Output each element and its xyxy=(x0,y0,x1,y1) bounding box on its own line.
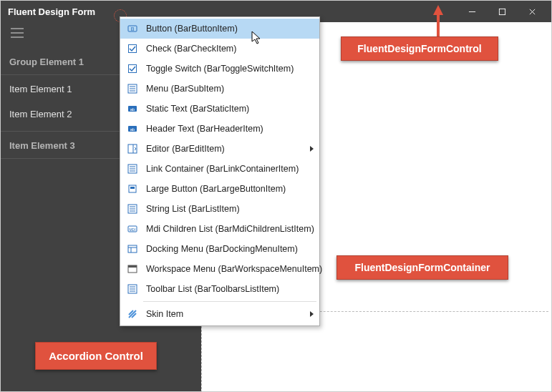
menu-item-button[interactable]: B Button (BarButtonItem) xyxy=(120,19,319,39)
menu-label: Toolbar List (BarToolbarsListItem) xyxy=(146,284,314,294)
menu-label: Large Button (BarLargeButtonItem) xyxy=(146,184,314,194)
menu-label: Editor (BarEditItem) xyxy=(146,144,306,154)
menu-item-editor[interactable]: Editor (BarEditItem) xyxy=(120,139,319,159)
menu-label: Check (BarCheckItem) xyxy=(146,44,314,54)
menu-label: Menu (BarSubItem) xyxy=(146,84,314,94)
menu-label: Link Container (BarLinkContainerItem) xyxy=(146,164,314,174)
editor-icon xyxy=(125,142,140,155)
static-text-icon: ab xyxy=(125,102,140,115)
maximize-button[interactable] xyxy=(487,1,517,22)
menu-icon xyxy=(125,82,140,95)
menu-item-check[interactable]: Check (BarCheckItem) xyxy=(120,39,319,59)
menu-item-menu[interactable]: Menu (BarSubItem) xyxy=(120,79,319,99)
menu-item-toggle[interactable]: Toggle Switch (BarToggleSwitchItem) xyxy=(120,59,319,79)
callout-form-container: FluentDesignFormContainer xyxy=(336,255,508,280)
mdi-icon: MDI xyxy=(125,222,140,235)
menu-item-toolbar-list[interactable]: Toolbar List (BarToolbarsListItem) xyxy=(120,279,319,299)
svg-text:B: B xyxy=(131,26,135,31)
svg-rect-1 xyxy=(499,9,505,14)
svg-text:ab: ab xyxy=(130,107,135,112)
callout-accordion: Accordion Control xyxy=(35,342,157,370)
header-text-icon: ab xyxy=(125,122,140,135)
link-container-icon xyxy=(125,162,140,175)
minimize-button[interactable] xyxy=(457,1,487,22)
submenu-arrow-icon xyxy=(310,146,314,152)
menu-label: Workspace Menu (BarWorkspaceMenuItem) xyxy=(146,264,322,274)
svg-text:MDI: MDI xyxy=(129,227,135,232)
large-button-icon xyxy=(125,182,140,195)
menu-item-link-container[interactable]: Link Container (BarLinkContainerItem) xyxy=(120,159,319,179)
menu-item-header-text[interactable]: ab Header Text (BarHeaderItem) xyxy=(120,119,319,139)
hamburger-icon[interactable] xyxy=(11,28,24,40)
string-list-icon xyxy=(125,202,140,215)
callout-form-control: FluentDesignFormControl xyxy=(341,36,498,61)
menu-item-static-text[interactable]: ab Static Text (BarStaticItem) xyxy=(120,99,319,119)
menu-separator xyxy=(143,301,316,302)
checkbox-icon xyxy=(125,42,140,55)
menu-label: Mdi Children List (BarMdiChildrenListIte… xyxy=(146,224,314,234)
menu-item-large-button[interactable]: Large Button (BarLargeButtonItem) xyxy=(120,179,319,199)
workspace-icon xyxy=(125,263,140,275)
menu-item-docking-menu[interactable]: Docking Menu (BarDockingMenuItem) xyxy=(120,239,319,259)
menu-item-string-list[interactable]: String List (BarListItem) xyxy=(120,199,319,219)
menu-label: Static Text (BarStaticItem) xyxy=(146,104,314,114)
toolbar-list-icon xyxy=(125,283,140,295)
close-button[interactable] xyxy=(517,1,547,22)
button-icon: B xyxy=(125,22,140,35)
context-menu: B Button (BarButtonItem) Check (BarCheck… xyxy=(120,16,320,326)
menu-item-mdi-list[interactable]: MDI Mdi Children List (BarMdiChildrenLis… xyxy=(120,219,319,239)
window-title: Fluent Design Form xyxy=(8,6,95,17)
menu-label: String List (BarListItem) xyxy=(146,204,314,214)
toggle-icon xyxy=(125,62,140,75)
menu-label: Toggle Switch (BarToggleSwitchItem) xyxy=(146,64,314,74)
docking-icon xyxy=(125,242,140,255)
menu-item-workspace-menu[interactable]: Workspace Menu (BarWorkspaceMenuItem) xyxy=(120,259,319,279)
submenu-arrow-icon xyxy=(310,311,314,317)
menu-label: Docking Menu (BarDockingMenuItem) xyxy=(146,244,314,254)
svg-rect-19 xyxy=(128,144,137,153)
skin-icon xyxy=(125,308,140,320)
menu-label: Header Text (BarHeaderItem) xyxy=(146,124,314,134)
svg-rect-33 xyxy=(128,245,137,253)
menu-label: Button (BarButtonItem) xyxy=(146,24,314,34)
menu-item-skin[interactable]: Skin Item xyxy=(120,304,319,324)
menu-label: Skin Item xyxy=(146,309,306,319)
svg-rect-37 xyxy=(128,265,137,268)
svg-text:ab: ab xyxy=(130,127,135,132)
svg-rect-26 xyxy=(130,187,135,189)
